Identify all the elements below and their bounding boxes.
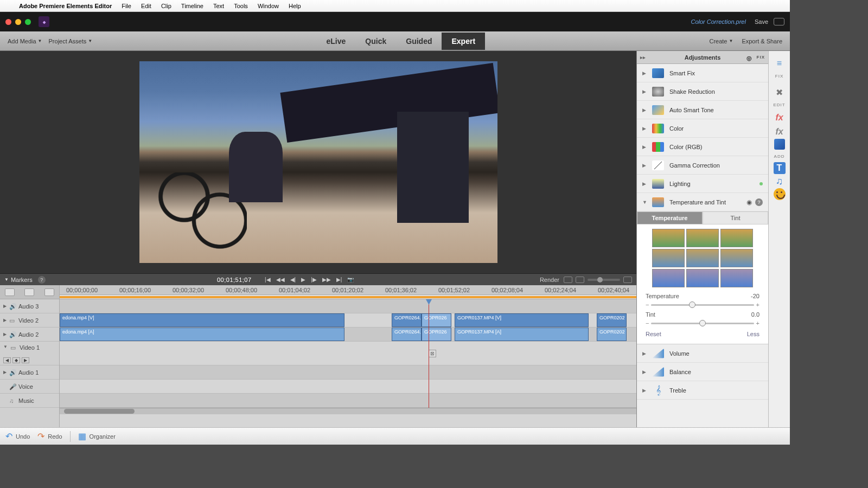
- clip[interactable]: GOPR0202: [597, 328, 627, 341]
- preset-5[interactable]: [686, 249, 719, 267]
- prev-frame-button[interactable]: ◀◀: [276, 277, 285, 282]
- render-button[interactable]: Render: [540, 277, 559, 283]
- collapse-panel-icon[interactable]: ▸▸: [640, 55, 646, 60]
- current-time[interactable]: 00;01;51;07: [217, 277, 252, 283]
- temperature-slider[interactable]: [651, 304, 754, 306]
- title-icon[interactable]: T: [774, 162, 786, 174]
- work-area-bar[interactable]: [60, 295, 636, 299]
- track-video2[interactable]: edona.mp4 [V]GOPR0264.GOPR026GOPR0137.MP…: [60, 313, 636, 328]
- preview-monitor[interactable]: [0, 51, 636, 273]
- adjust-panel-icon[interactable]: ≡: [773, 56, 787, 70]
- panel-target-icon[interactable]: ◎: [746, 55, 754, 60]
- track-header-voice[interactable]: ▶🎤Voice: [0, 380, 59, 394]
- create-button[interactable]: Create▼: [706, 36, 736, 47]
- playhead[interactable]: [429, 299, 429, 408]
- play-button[interactable]: ▶: [301, 277, 305, 282]
- slider-minus[interactable]: −: [646, 301, 649, 308]
- tool-track-icon[interactable]: [24, 288, 34, 296]
- adjustment-gamma-correction[interactable]: ▶Gamma Correction: [637, 156, 768, 175]
- redo-button[interactable]: ↷Redo: [37, 431, 62, 441]
- track-header-music[interactable]: ▶♫Music: [0, 394, 59, 408]
- less-button[interactable]: Less: [747, 331, 760, 337]
- minimize-window-button[interactable]: [15, 19, 21, 25]
- slider-plus[interactable]: +: [756, 320, 760, 326]
- save-button[interactable]: Save: [755, 18, 768, 25]
- markers-dropdown[interactable]: ▼Markers ?: [4, 276, 46, 284]
- tab-tint[interactable]: Tint: [703, 211, 768, 224]
- menu-file[interactable]: File: [117, 3, 136, 9]
- safe-margins-icon[interactable]: [564, 277, 572, 283]
- tab-guided[interactable]: Guided: [396, 33, 442, 50]
- help-icon[interactable]: ?: [755, 198, 763, 206]
- markers-help-icon[interactable]: ?: [38, 276, 46, 284]
- adjustment-temperature-and-tint[interactable]: ▼Temperature and Tint◉?: [637, 193, 768, 211]
- step-fwd-button[interactable]: |▶: [311, 277, 317, 282]
- menu-clip[interactable]: Clip: [156, 3, 176, 9]
- adjustment-volume[interactable]: ▶Volume: [637, 344, 768, 363]
- track-audio2[interactable]: edona.mp4 [A]GOPR0264.GOPR026GOPR0137.MP…: [60, 328, 636, 342]
- menu-window[interactable]: Window: [253, 3, 284, 9]
- menu-text[interactable]: Text: [208, 3, 229, 9]
- tint-slider[interactable]: [651, 323, 754, 324]
- preset-9[interactable]: [720, 269, 753, 287]
- goto-end-button[interactable]: ▶|: [336, 277, 342, 282]
- fx-grey-icon[interactable]: fx: [773, 125, 787, 139]
- preset-1[interactable]: [652, 229, 685, 247]
- clip[interactable]: GOPR026: [422, 313, 451, 327]
- timeline-body[interactable]: 00;00;00;00 00;00;16;00 00;00;32;00 00;0…: [60, 285, 636, 427]
- next-frame-button[interactable]: ▶▶: [322, 277, 331, 282]
- preset-3[interactable]: [720, 229, 753, 247]
- clip[interactable]: GOPR0202: [597, 313, 627, 327]
- adjustment-balance[interactable]: ▶Balance: [637, 363, 768, 381]
- clip[interactable]: GOPR0264.: [392, 328, 422, 341]
- fit-icon[interactable]: [623, 277, 632, 283]
- music-icon[interactable]: ♫: [773, 174, 787, 188]
- track-header-audio3[interactable]: ▶🔊Audio 3: [0, 299, 59, 313]
- adjustment-smart-fix[interactable]: ▶Smart Fix: [637, 64, 768, 82]
- clip[interactable]: GOPR026: [422, 328, 451, 341]
- tool-select-icon[interactable]: [5, 288, 15, 296]
- preset-8[interactable]: [686, 269, 719, 287]
- preset-4[interactable]: [652, 249, 685, 267]
- tools-icon[interactable]: ✖: [773, 85, 787, 99]
- adjustment-treble[interactable]: ▶𝄞Treble: [637, 381, 768, 400]
- clip[interactable]: edona.mp4 [A]: [60, 328, 344, 341]
- export-share-button[interactable]: Export & Share: [738, 36, 786, 47]
- adjustment-lighting[interactable]: ▶Lighting: [637, 175, 768, 193]
- time-ruler[interactable]: 00;00;00;00 00;00;16;00 00;00;32;00 00;0…: [60, 285, 636, 295]
- adjustment-auto-smart-tone[interactable]: ▶Auto Smart Tone: [637, 101, 768, 119]
- project-assets-button[interactable]: Project Assets▼: [46, 36, 96, 47]
- track-header-audio2[interactable]: ▶🔊Audio 2: [0, 328, 59, 342]
- tab-temperature[interactable]: Temperature: [637, 211, 703, 224]
- track-audio1[interactable]: [60, 365, 636, 380]
- adjustment-color[interactable]: ▶Color: [637, 119, 768, 138]
- track-music[interactable]: [60, 394, 636, 408]
- track-header-video2[interactable]: ▶▭Video 2: [0, 313, 59, 328]
- graphics-icon[interactable]: [774, 188, 786, 200]
- preset-6[interactable]: [720, 249, 753, 267]
- menu-help[interactable]: Help: [284, 3, 306, 9]
- sync-icon[interactable]: [774, 18, 784, 25]
- maximize-window-button[interactable]: [25, 19, 31, 25]
- track-header-video1[interactable]: ▼▭Video 1◀◆▶: [0, 342, 59, 365]
- zoom-slider[interactable]: [588, 279, 620, 281]
- step-back-button[interactable]: ◀|: [290, 277, 296, 282]
- clip[interactable]: GOPR0264.: [392, 313, 422, 327]
- track-voice[interactable]: [60, 380, 636, 394]
- clip[interactable]: GOPR0137.MP4 [V]: [455, 313, 589, 327]
- menu-tools[interactable]: Tools: [229, 3, 253, 9]
- timeline-scrollbar[interactable]: [60, 408, 636, 414]
- tool-audio-icon[interactable]: [44, 288, 54, 296]
- slider-minus[interactable]: −: [646, 320, 649, 326]
- add-media-button[interactable]: Add Media▼: [4, 36, 46, 47]
- undo-button[interactable]: ↶Undo: [5, 431, 30, 441]
- slider-plus[interactable]: +: [756, 301, 760, 308]
- app-name[interactable]: Adobe Premiere Elements Editor: [14, 3, 117, 9]
- snapshot-button[interactable]: 📷: [347, 277, 354, 282]
- track-header-audio1[interactable]: ▶🔊Audio 1: [0, 365, 59, 380]
- track-video1[interactable]: ⊠: [60, 342, 636, 365]
- tab-expert[interactable]: Expert: [442, 33, 485, 50]
- menu-timeline[interactable]: Timeline: [176, 3, 208, 9]
- organizer-button[interactable]: ▦Organizer: [78, 431, 116, 441]
- menu-edit[interactable]: Edit: [136, 3, 156, 9]
